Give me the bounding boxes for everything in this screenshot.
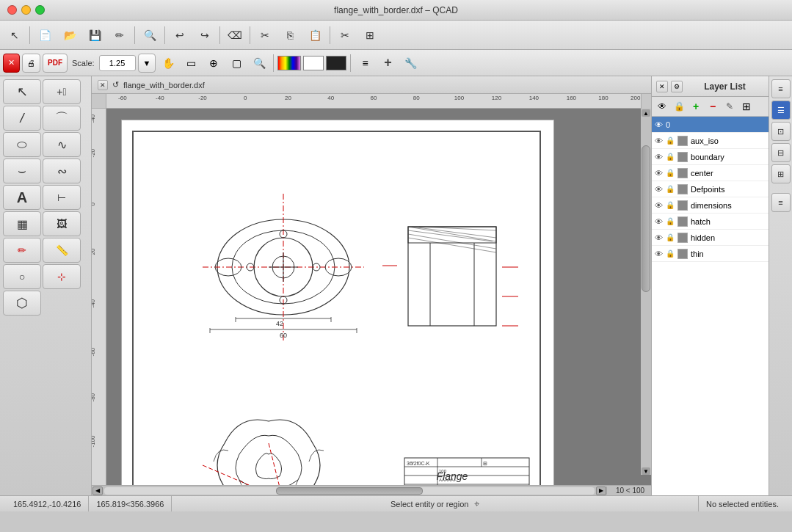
eye-toggle-button[interactable]: 👁: [655, 99, 669, 114]
image-tool-button[interactable]: 🖼: [43, 211, 81, 236]
settings-button[interactable]: 🔧: [400, 54, 421, 73]
close-button[interactable]: [7, 5, 17, 15]
ellipse-tool-button[interactable]: ⬭: [3, 132, 41, 157]
info-icon-button[interactable]: ⊟: [771, 143, 791, 162]
drawing-paper: 42 60: [121, 120, 554, 485]
layer-item-0[interactable]: 👁 0: [652, 117, 769, 133]
cube-tool-button[interactable]: ⬡: [3, 291, 41, 316]
drawing-viewport[interactable]: 42 60: [106, 109, 651, 485]
scissors2-button[interactable]: ✂: [333, 24, 357, 46]
erase-button[interactable]: ⌫: [223, 24, 247, 46]
add-layer-button[interactable]: +: [689, 99, 703, 114]
layer-item-defpoints[interactable]: 👁 🔒 Defpoints: [652, 181, 769, 197]
layers-icon-button[interactable]: ☰: [771, 101, 791, 120]
scroll-up-button[interactable]: ▲: [642, 109, 650, 117]
view-icon-button[interactable]: ⊞: [771, 164, 791, 183]
status-bar: 165.4912,-10.4216 165.819<356.3966 Selec…: [0, 495, 792, 511]
coordinates-section: 165.4912,-10.4216: [6, 496, 89, 511]
extra-icon-button[interactable]: ≡: [771, 193, 791, 212]
arc-tool-button[interactable]: ⌒: [43, 106, 81, 131]
hatch-tool-button[interactable]: ▦: [3, 211, 41, 236]
snap-icon-button[interactable]: ⊡: [771, 122, 791, 141]
spline-tool-button[interactable]: ∿: [43, 132, 81, 157]
line-tool-button[interactable]: /: [3, 106, 41, 131]
svg-text:60: 60: [280, 332, 287, 339]
layer-item-thin[interactable]: 👁 🔒 thin: [652, 246, 769, 262]
scale-label: Scale:: [72, 59, 95, 68]
scroll-left-button[interactable]: ◀: [92, 487, 103, 495]
pencil-red-button[interactable]: ✏: [3, 238, 41, 263]
maximize-button[interactable]: [35, 5, 45, 15]
layer-item-hatch[interactable]: 👁 🔒 hatch: [652, 214, 769, 230]
scrollbar-h-track[interactable]: [104, 487, 595, 495]
zoom-extents-button[interactable]: 🔍: [249, 54, 269, 73]
scrollbar-h-thumb[interactable]: [276, 487, 423, 495]
tab-refresh[interactable]: ↺: [112, 80, 119, 90]
paste-button[interactable]: 📋: [303, 24, 327, 46]
svg-text:42: 42: [276, 320, 283, 327]
circle-shape-button[interactable]: ○: [3, 264, 41, 289]
rect-snap-button[interactable]: ▭: [181, 54, 201, 73]
layer-settings-button[interactable]: ⊞: [739, 99, 754, 114]
cut-button[interactable]: ✂: [253, 24, 277, 46]
properties-button[interactable]: ≡: [355, 54, 375, 73]
properties-icon-button[interactable]: ≡: [771, 79, 791, 98]
scale-dropdown-button[interactable]: ▼: [138, 54, 156, 73]
close-doc-button[interactable]: ✕: [3, 54, 20, 73]
layer-item-center[interactable]: 👁 🔒 center: [652, 165, 769, 181]
color-settings-button[interactable]: [277, 56, 301, 70]
select-tool-button[interactable]: ↖: [3, 24, 26, 46]
open-file-button[interactable]: 📂: [58, 24, 81, 46]
panel-settings-button[interactable]: ⚙: [671, 81, 683, 92]
print-button[interactable]: 🖨: [22, 54, 40, 73]
text-tool-button[interactable]: A: [3, 185, 41, 210]
view-box-button[interactable]: ▢: [226, 54, 247, 73]
drawing-svg: 42 60: [122, 120, 553, 485]
zoom-button[interactable]: 🔍: [138, 24, 161, 46]
select-arrow-button[interactable]: ↖: [3, 79, 41, 104]
hand-tool-button[interactable]: ✋: [158, 54, 178, 73]
ruler-row: -60 -40 -20 0 20 40 60 80 100 120 140 16…: [92, 94, 651, 109]
panel-close-button[interactable]: ✕: [656, 81, 668, 92]
edit-layer-button[interactable]: ✎: [722, 99, 737, 114]
line-weight-button[interactable]: [303, 56, 324, 70]
crosshair-button[interactable]: ⊕: [203, 54, 224, 73]
edit-file-button[interactable]: ✏: [108, 24, 131, 46]
pointer-tool-button[interactable]: ⊹: [43, 264, 81, 289]
minimize-button[interactable]: [21, 5, 31, 15]
layer-item-aux-iso[interactable]: 👁 🔒 aux_iso: [652, 133, 769, 149]
layer-color-swatch: [677, 168, 688, 178]
scroll-down-button[interactable]: ▼: [642, 467, 650, 475]
v-ruler-label: -60: [92, 348, 96, 357]
curve-tool-button[interactable]: ⌣: [3, 158, 41, 183]
new-file-button[interactable]: 📄: [33, 24, 57, 46]
svg-line-28: [408, 238, 496, 252]
layer-item-hidden[interactable]: 👁 🔒 hidden: [652, 230, 769, 246]
layer-item-dimensions[interactable]: 👁 🔒 dimensions: [652, 197, 769, 214]
tab-close-button[interactable]: ✕: [98, 80, 108, 90]
insert-button[interactable]: ⊞: [358, 24, 382, 46]
toolbar-separator: [219, 26, 220, 44]
add-layer-button[interactable]: +: [377, 54, 398, 73]
copy-button[interactable]: ⎘: [278, 24, 302, 46]
scale-input[interactable]: [99, 55, 136, 71]
layer-lock-icon: 🔒: [666, 185, 675, 193]
ruler-tool-button[interactable]: 📏: [43, 238, 81, 263]
dimension-tool-button[interactable]: ⊢: [43, 185, 81, 210]
wave-tool-button[interactable]: ∾: [43, 158, 81, 183]
plus-cursor-button[interactable]: +⃝: [43, 79, 81, 104]
layer-item-boundary[interactable]: 👁 🔒 boundary: [652, 149, 769, 165]
redo-button[interactable]: ↪: [193, 24, 217, 46]
layer-lock-icon: 🔒: [666, 169, 675, 177]
scrollbar-thumb[interactable]: [642, 145, 650, 292]
status-message-section: Select entity or region ⌖: [172, 496, 698, 511]
scroll-right-button[interactable]: ▶: [596, 487, 606, 495]
remove-layer-button[interactable]: −: [705, 99, 720, 114]
lock-toggle-button[interactable]: 🔒: [672, 99, 686, 114]
vertical-scrollbar[interactable]: ▲ ▼: [641, 109, 651, 475]
fill-button[interactable]: [326, 56, 346, 70]
undo-button[interactable]: ↩: [168, 24, 192, 46]
pdf-button[interactable]: PDF: [43, 54, 68, 73]
window-controls[interactable]: [7, 5, 45, 15]
save-file-button[interactable]: 💾: [83, 24, 106, 46]
